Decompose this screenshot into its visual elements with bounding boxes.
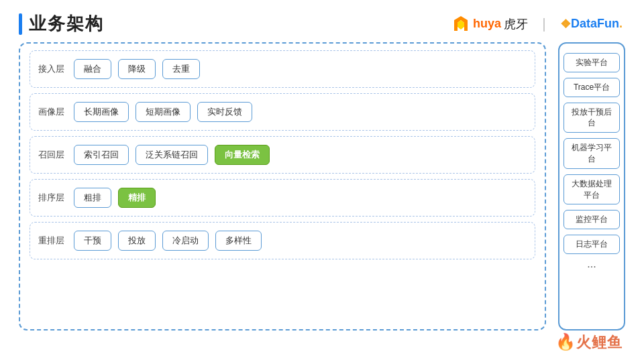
access-item-0: 融合 — [74, 59, 111, 79]
huya-icon — [451, 15, 470, 34]
platform-6: 日志平台 — [564, 235, 620, 254]
datafun-logo: ❖ DataFun . — [560, 17, 623, 32]
platform-dots: ... — [587, 258, 596, 270]
main-content: 接入层 融合 降级 去重 画像层 长期画像 短期画像 实时反馈 召回层 索引召回… — [0, 42, 644, 330]
recall-item-0: 索引召回 — [74, 145, 129, 165]
rerank-layer-row: 重排层 干预 投放 冷启动 多样性 — [30, 222, 535, 259]
access-item-1: 降级 — [118, 59, 156, 79]
rank-layer-row: 排序层 粗排 精排 — [30, 179, 535, 217]
platform-3: 机器学习平台 — [564, 138, 620, 169]
platform-1: Trace平台 — [564, 78, 620, 97]
image-item-0: 长期画像 — [74, 102, 129, 122]
recall-layer-items: 索引召回 泛关系链召回 向量检索 — [74, 145, 270, 165]
rerank-layer-label: 重排层 — [38, 235, 64, 247]
watermark-text: 火鲤鱼 — [576, 334, 623, 351]
rank-item-1: 精排 — [118, 188, 156, 208]
rerank-item-3: 多样性 — [215, 231, 262, 251]
rank-item-0: 粗排 — [74, 188, 111, 208]
platform-2: 投放干预后台 — [564, 103, 620, 133]
access-layer-items: 融合 降级 去重 — [74, 59, 200, 79]
rerank-item-0: 干预 — [74, 231, 111, 251]
image-item-2: 实时反馈 — [197, 102, 252, 122]
title-area: 业务架构 — [19, 12, 104, 36]
platform-5: 监控平台 — [564, 210, 620, 229]
arch-diagram: 接入层 融合 降级 去重 画像层 长期画像 短期画像 实时反馈 召回层 索引召回… — [19, 42, 546, 330]
image-layer-items: 长期画像 短期画像 实时反馈 — [74, 102, 252, 122]
rerank-item-2: 冷启动 — [162, 231, 209, 251]
header: 业务架构 huya 虎牙 ｜ ❖ DataFun . — [0, 0, 644, 42]
watermark: 🔥火鲤鱼 — [555, 333, 623, 353]
rank-layer-label: 排序层 — [38, 192, 64, 204]
datafun-icon: ❖ — [560, 17, 571, 32]
access-item-2: 去重 — [162, 59, 200, 79]
platform-4: 大数据处理平台 — [564, 174, 620, 205]
logo-divider: ｜ — [537, 15, 551, 33]
recall-layer-row: 召回层 索引召回 泛关系链召回 向量检索 — [30, 136, 535, 174]
recall-item-2: 向量检索 — [215, 145, 270, 165]
page-title: 业务架构 — [29, 12, 104, 36]
datafun-brand: DataFun — [571, 17, 619, 31]
recall-item-1: 泛关系链召回 — [136, 145, 208, 165]
image-layer-label: 画像层 — [38, 106, 64, 118]
huya-text: huya — [473, 17, 501, 31]
datafun-dot: . — [619, 17, 623, 31]
platform-list: 实验平台 Trace平台 投放干预后台 机器学习平台 大数据处理平台 监控平台 … — [558, 42, 625, 330]
huya-logo: huya 虎牙 — [451, 15, 528, 34]
platform-0: 实验平台 — [564, 53, 620, 72]
title-accent-bar — [19, 13, 22, 35]
access-layer-row: 接入层 融合 降级 去重 — [30, 50, 535, 88]
rerank-layer-items: 干预 投放 冷启动 多样性 — [74, 231, 262, 251]
logo-area: huya 虎牙 ｜ ❖ DataFun . — [451, 15, 623, 34]
recall-layer-label: 召回层 — [38, 149, 64, 161]
image-item-1: 短期画像 — [136, 102, 191, 122]
huya-cn-text: 虎牙 — [504, 16, 528, 32]
rank-layer-items: 粗排 精排 — [74, 188, 156, 208]
image-layer-row: 画像层 长期画像 短期画像 实时反馈 — [30, 93, 535, 131]
access-layer-label: 接入层 — [38, 63, 64, 75]
rerank-item-1: 投放 — [118, 231, 156, 251]
